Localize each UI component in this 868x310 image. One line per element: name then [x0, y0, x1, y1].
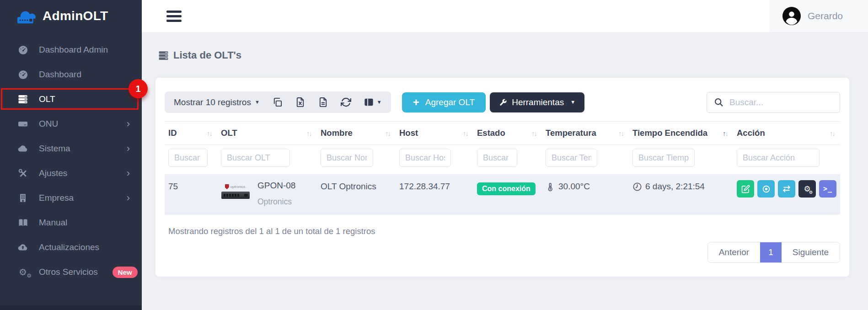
- exchange-arrows-icon: [782, 184, 791, 193]
- copy-icon: [272, 97, 283, 107]
- cell-tiempo-encendida: 6 days, 2:21:54: [629, 174, 733, 199]
- app-title: AdminOLT: [43, 9, 108, 23]
- sidebar-item-label: Actualizaciones: [39, 242, 99, 252]
- sort-icon: ↑↓: [531, 129, 536, 137]
- edit-button[interactable]: [737, 180, 754, 198]
- user-name: Gerardo: [808, 11, 843, 21]
- pagination-page-1-button[interactable]: 1: [760, 242, 782, 262]
- sidebar-item-sistema[interactable]: Sistema ›: [0, 136, 142, 161]
- search-input[interactable]: [729, 97, 833, 107]
- filter-nombre-input[interactable]: [321, 149, 373, 167]
- excel-file-icon: [295, 97, 305, 107]
- sidebar-item-otros-servicios[interactable]: ⚙⚙ Otros Servicios New: [0, 260, 142, 284]
- column-visibility-button[interactable]: ▼: [364, 97, 382, 107]
- table-row: 75 optronics. GPON-08 Optronics: [165, 174, 840, 214]
- table-toolbar: Mostrar 10 registros ▼: [165, 91, 840, 113]
- sidebar: AdminOLT Dashboard Admin Dashboard: [0, 0, 142, 310]
- column-label: Temperatura: [546, 128, 596, 138]
- cloud-upload-icon: [17, 242, 29, 253]
- show-entries-dropdown[interactable]: Mostrar 10 registros ▼: [174, 97, 260, 107]
- sidebar-item-manual[interactable]: Manual: [0, 210, 142, 235]
- sidebar-item-dashboard-admin[interactable]: Dashboard Admin: [0, 37, 142, 62]
- hamburger-menu-icon[interactable]: [166, 8, 182, 24]
- sort-icon: ↑↓: [207, 129, 212, 137]
- filter-host-input[interactable]: [399, 149, 451, 167]
- terminal-icon: >_: [823, 185, 832, 193]
- gauge-icon: [17, 69, 29, 80]
- column-header-olt[interactable]: OLT ↑↓: [217, 122, 317, 144]
- page-title: Lista de OLT's: [155, 49, 849, 61]
- sort-icon: ↑↓: [723, 129, 728, 137]
- chevron-right-icon: ›: [127, 193, 130, 203]
- sidebar-item-empresa[interactable]: Empresa ›: [0, 186, 142, 210]
- sidebar-item-label: OLT: [39, 94, 55, 104]
- column-header-estado[interactable]: Estado ↑↓: [473, 122, 542, 144]
- user-menu[interactable]: Gerardo: [770, 0, 868, 32]
- sidebar-item-dashboard[interactable]: Dashboard: [0, 62, 142, 87]
- gears-icon: ⚙⚙: [17, 267, 29, 278]
- page-title-text: Lista de OLT's: [173, 49, 241, 61]
- caret-down-icon: ▼: [255, 100, 260, 105]
- server-icon: [158, 50, 169, 61]
- column-header-nombre[interactable]: Nombre ↑↓: [317, 122, 396, 144]
- sidebar-item-actualizaciones[interactable]: Actualizaciones: [0, 235, 142, 260]
- cell-accion: ⚙⚙ >_: [733, 174, 840, 205]
- olt-device-image: optronics.: [221, 181, 250, 207]
- olt-brand: Optronics: [257, 197, 295, 207]
- column-header-id[interactable]: ID ↑↓: [165, 122, 217, 144]
- topbar: Gerardo: [142, 0, 868, 32]
- column-label: OLT: [221, 128, 237, 138]
- chevron-right-icon: ›: [127, 168, 130, 178]
- filter-olt-input[interactable]: [221, 149, 290, 167]
- caret-down-icon: ▼: [570, 100, 575, 105]
- column-label: Acción: [737, 128, 765, 138]
- export-file-button[interactable]: [318, 97, 328, 107]
- page-content: Lista de OLT's Mostrar 10 registros ▼: [142, 32, 868, 310]
- eye-icon: [762, 185, 771, 193]
- tools-dropdown-button[interactable]: Herramientas ▼: [490, 92, 584, 112]
- refresh-button[interactable]: [341, 97, 351, 107]
- app-logo[interactable]: AdminOLT: [0, 0, 142, 32]
- cell-nombre: OLT Optronics: [317, 174, 396, 199]
- filter-accion-input[interactable]: [737, 149, 820, 167]
- sidebar-item-olt[interactable]: OLT 1: [0, 87, 142, 112]
- sidebar-item-ajustes[interactable]: Ajustes ›: [0, 161, 142, 186]
- pagination-previous-button[interactable]: Anterior: [708, 242, 761, 262]
- settings-button[interactable]: ⚙⚙: [798, 180, 816, 198]
- chevron-right-icon: ›: [127, 119, 130, 129]
- sidebar-item-label: Manual: [39, 218, 67, 228]
- column-header-accion[interactable]: Acción ↑↓: [733, 122, 840, 144]
- pagination-next-button[interactable]: Siguiente: [782, 242, 840, 262]
- cell-temperatura: 30.00°C: [542, 174, 629, 199]
- sort-icon: ↑↓: [463, 129, 468, 137]
- export-excel-button[interactable]: [295, 97, 305, 107]
- table-filter-row: [165, 145, 840, 174]
- column-header-tiempo-encendida[interactable]: Tiempo Encendida ↑↓: [629, 122, 733, 144]
- olt-count-badge: 1: [129, 79, 148, 98]
- transfer-button[interactable]: [778, 180, 795, 198]
- olt-table: ID ↑↓ OLT ↑↓ Nombre ↑↓ Host ↑↓: [165, 121, 840, 214]
- sidebar-item-label: Dashboard: [39, 69, 81, 80]
- add-olt-button[interactable]: + Agregar OLT: [402, 92, 486, 112]
- filter-tiempo-input[interactable]: [632, 149, 695, 167]
- rack-unit-image: [221, 192, 250, 199]
- sidebar-item-onu[interactable]: ONU ›: [0, 112, 142, 136]
- cell-id: 75: [165, 174, 217, 199]
- sidebar-item-label: Ajustes: [39, 168, 67, 178]
- filter-temperatura-input[interactable]: [546, 149, 597, 167]
- copy-button[interactable]: [272, 97, 283, 107]
- view-button[interactable]: [757, 180, 775, 198]
- refresh-icon: [341, 97, 351, 107]
- caret-down-icon: ▼: [377, 100, 382, 105]
- terminal-button[interactable]: >_: [819, 180, 836, 198]
- filter-id-input[interactable]: [168, 149, 208, 167]
- vendor-shield-logo-icon: [225, 184, 229, 189]
- cell-estado: Con conexión: [473, 174, 542, 203]
- column-header-host[interactable]: Host ↑↓: [396, 122, 473, 144]
- gears-icon: ⚙⚙: [804, 184, 810, 194]
- cell-host: 172.28.34.77: [396, 174, 473, 199]
- filter-estado-input[interactable]: [477, 149, 517, 167]
- column-header-temperatura[interactable]: Temperatura ↑↓: [542, 122, 629, 144]
- status-badge: Con conexión: [477, 182, 536, 195]
- clock-icon: [632, 182, 642, 192]
